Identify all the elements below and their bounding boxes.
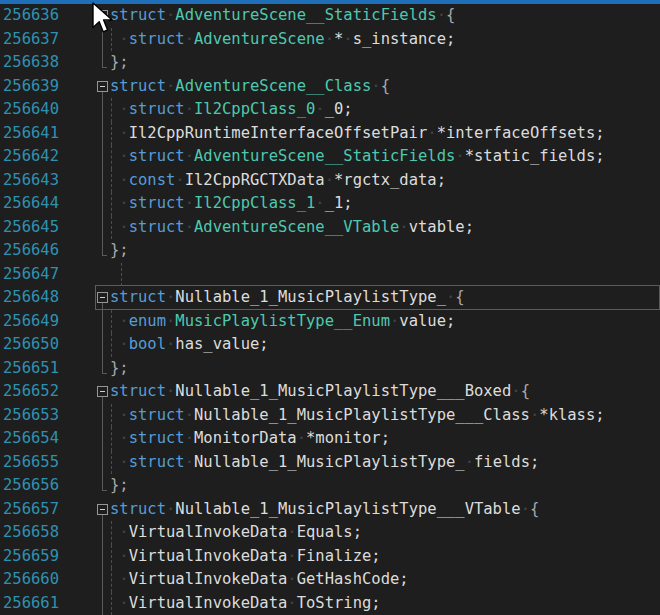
line-number[interactable]: 256644: [0, 192, 58, 216]
whitespace-dot: ·: [437, 6, 446, 24]
fold-extent-line: [102, 145, 103, 169]
code-text[interactable]: struct·Il2CppClass_0·_0;: [110, 98, 660, 122]
fold-collapse-icon[interactable]: [97, 292, 108, 303]
fold-collapse-icon[interactable]: [97, 386, 108, 397]
line-number[interactable]: 256657: [0, 498, 58, 522]
line-number[interactable]: 256658: [0, 521, 58, 545]
code-text[interactable]: VirtualInvokeData·Equals;: [110, 521, 660, 545]
code-token: ToString;: [297, 594, 381, 612]
code-text[interactable]: VirtualInvokeData·GetHashCode;: [110, 568, 660, 592]
code-token: Finalize;: [297, 547, 381, 565]
code-text[interactable]: };: [110, 357, 660, 381]
fold-extent-line: [102, 333, 103, 357]
fold-collapse-icon[interactable]: [97, 504, 108, 515]
code-line: 256636struct·AdventureScene__StaticField…: [0, 4, 660, 28]
code-line: 256641Il2CppRuntimeInterfaceOffsetPair·*…: [0, 122, 660, 146]
code-text[interactable]: VirtualInvokeData·Finalize;: [110, 545, 660, 569]
code-line: 256646};: [0, 239, 660, 263]
code-text[interactable]: struct·Nullable_1_MusicPlaylistType___Cl…: [110, 404, 660, 428]
code-token: struct: [110, 6, 166, 24]
whitespace-dot: ·: [325, 171, 334, 189]
line-number[interactable]: 256649: [0, 310, 58, 334]
indent-guide: [110, 263, 129, 287]
line-number[interactable]: 256648: [0, 286, 58, 310]
glyph-margin: [58, 498, 96, 522]
glyph-margin: [58, 474, 96, 498]
line-number[interactable]: 256641: [0, 122, 58, 146]
code-line: 256651};: [0, 357, 660, 381]
line-number[interactable]: 256655: [0, 451, 58, 475]
fold-extent-line: [102, 122, 103, 146]
glyph-margin: [58, 51, 96, 75]
line-number[interactable]: 256642: [0, 145, 58, 169]
code-text[interactable]: [110, 263, 660, 287]
line-number[interactable]: 256653: [0, 404, 58, 428]
code-line: 256658VirtualInvokeData·Equals;: [0, 521, 660, 545]
line-number[interactable]: 256643: [0, 169, 58, 193]
line-number[interactable]: 256640: [0, 98, 58, 122]
fold-collapse-icon[interactable]: [97, 10, 108, 21]
code-text[interactable]: };: [110, 474, 660, 498]
code-line: 256650bool·has_value;: [0, 333, 660, 357]
code-text[interactable]: struct·AdventureScene__StaticFields·*sta…: [110, 145, 660, 169]
code-text[interactable]: struct·MonitorData·*monitor;: [110, 427, 660, 451]
code-text[interactable]: enum·MusicPlaylistType__Enum·value;: [110, 310, 660, 334]
fold-collapse-icon[interactable]: [97, 81, 108, 92]
code-text[interactable]: struct·AdventureScene·*·s_instance;: [110, 28, 660, 52]
line-number[interactable]: 256659: [0, 545, 58, 569]
line-number[interactable]: 256652: [0, 380, 58, 404]
fold-margin: [96, 122, 110, 146]
fold-extent-line: [102, 474, 103, 490]
code-token: const: [129, 171, 176, 189]
whitespace-dot: ·: [287, 570, 296, 588]
whitespace-dot: ·: [530, 406, 539, 424]
line-number[interactable]: 256654: [0, 427, 58, 451]
code-text[interactable]: struct·AdventureScene__StaticFields·{: [110, 4, 660, 28]
line-number[interactable]: 256645: [0, 216, 58, 240]
indent-guide: [110, 521, 129, 545]
code-text[interactable]: struct·Nullable_1_MusicPlaylistType_·fie…: [110, 451, 660, 475]
code-line: 256659VirtualInvokeData·Finalize;: [0, 545, 660, 569]
code-text[interactable]: bool·has_value;: [110, 333, 660, 357]
whitespace-dot: ·: [287, 594, 296, 612]
code-text[interactable]: };: [110, 51, 660, 75]
whitespace-dot: ·: [287, 547, 296, 565]
line-number[interactable]: 256656: [0, 474, 58, 498]
fold-extent-end: [102, 373, 107, 374]
glyph-margin: [58, 404, 96, 428]
line-number[interactable]: 256639: [0, 75, 58, 99]
whitespace-dot: ·: [390, 312, 399, 330]
line-number[interactable]: 256637: [0, 28, 58, 52]
line-number[interactable]: 256636: [0, 4, 58, 28]
code-text[interactable]: struct·Nullable_1_MusicPlaylistType_·{: [110, 286, 660, 310]
code-token: AdventureScene: [194, 30, 325, 48]
line-number[interactable]: 256646: [0, 239, 58, 263]
glyph-margin: [58, 427, 96, 451]
line-number[interactable]: 256651: [0, 357, 58, 381]
code-text[interactable]: struct·Il2CppClass_1·_1;: [110, 192, 660, 216]
code-text[interactable]: VirtualInvokeData·ToString;: [110, 592, 660, 615]
line-number[interactable]: 256647: [0, 263, 58, 287]
fold-extent-line: [102, 568, 103, 592]
whitespace-dot: ·: [325, 30, 334, 48]
fold-margin: [96, 357, 110, 381]
line-number[interactable]: 256660: [0, 568, 58, 592]
code-text[interactable]: struct·AdventureScene__VTable·vtable;: [110, 216, 660, 240]
code-text[interactable]: Il2CppRuntimeInterfaceOffsetPair·*interf…: [110, 122, 660, 146]
whitespace-dot: ·: [185, 30, 194, 48]
fold-extent-line: [102, 169, 103, 193]
code-text[interactable]: struct·Nullable_1_MusicPlaylistType___Bo…: [110, 380, 660, 404]
glyph-margin: [58, 592, 96, 615]
code-text[interactable]: struct·Nullable_1_MusicPlaylistType___VT…: [110, 498, 660, 522]
line-number[interactable]: 256638: [0, 51, 58, 75]
code-token: Il2CppRGCTXData: [185, 171, 325, 189]
code-token: *: [334, 30, 343, 48]
line-number[interactable]: 256661: [0, 592, 58, 615]
indent-guide: [110, 169, 129, 193]
code-text[interactable]: };: [110, 239, 660, 263]
code-token: has_value;: [175, 335, 268, 353]
code-text[interactable]: const·Il2CppRGCTXData·*rgctx_data;: [110, 169, 660, 193]
line-number[interactable]: 256650: [0, 333, 58, 357]
code-line: 256649enum·MusicPlaylistType__Enum·value…: [0, 310, 660, 334]
code-text[interactable]: struct·AdventureScene__Class·{: [110, 75, 660, 99]
